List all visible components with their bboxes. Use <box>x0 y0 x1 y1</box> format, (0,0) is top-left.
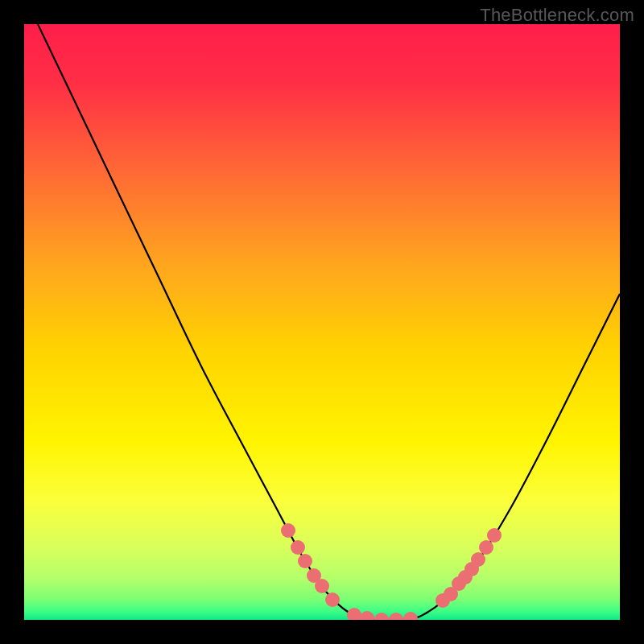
highlight-dot <box>298 554 312 568</box>
plot-background <box>24 24 620 620</box>
highlight-dot <box>403 612 418 626</box>
watermark-text: TheBottleneck.com <box>480 5 634 26</box>
highlight-dot <box>479 540 493 555</box>
highlight-dot <box>389 613 403 627</box>
highlight-dot <box>471 552 485 567</box>
highlight-dot <box>291 540 305 555</box>
chart-stage: TheBottleneck.com <box>0 0 644 644</box>
highlight-dot <box>315 579 329 593</box>
highlight-dot <box>281 523 295 538</box>
highlight-dot <box>347 608 361 622</box>
bottleneck-chart <box>0 0 644 644</box>
highlight-dot <box>487 528 502 543</box>
highlight-dot <box>325 592 340 607</box>
highlight-dot <box>360 611 374 625</box>
highlight-dot <box>374 613 389 627</box>
